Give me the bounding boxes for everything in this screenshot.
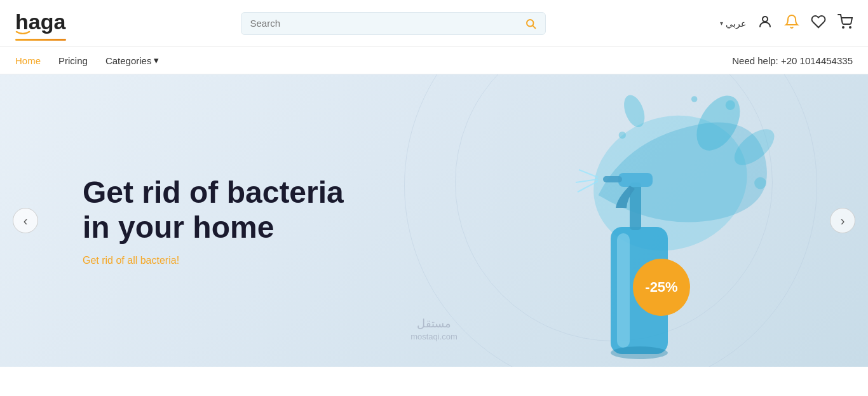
logo-text: hagar: [15, 8, 66, 39]
hero-subtitle: Get rid of all bacteria!: [83, 255, 344, 266]
svg-point-19: [611, 346, 668, 359]
svg-line-22: [578, 181, 598, 192]
header-actions: عربي ▾: [720, 14, 853, 33]
watermark-arabic: مستقل: [410, 317, 458, 331]
search-bar: [241, 12, 546, 35]
svg-line-21: [576, 179, 598, 182]
spray-bottle-svg: [566, 125, 693, 367]
user-icon[interactable]: [757, 14, 773, 33]
svg-point-3: [763, 17, 768, 22]
hero-text-content: Get rid of bacteria in your home Get rid…: [83, 175, 344, 266]
svg-point-10: [726, 100, 735, 110]
svg-text:hagar: hagar: [15, 10, 66, 34]
svg-point-4: [843, 27, 844, 28]
chevron-down-icon: ▾: [154, 55, 159, 66]
svg-line-2: [532, 25, 535, 28]
hero-title: Get rid of bacteria in your home: [83, 175, 344, 245]
watermark: مستقل mostaqi.com: [410, 317, 458, 341]
logo[interactable]: hagar: [15, 8, 66, 39]
search-icon: [525, 18, 536, 29]
svg-rect-18: [603, 176, 622, 182]
hero-banner: ‹ Get rid of bacteria in your home Get r…: [0, 74, 868, 367]
lang-label: عربي: [726, 18, 746, 29]
logo-svg: hagar: [15, 8, 66, 34]
help-info: Need help: +20 1014454335: [732, 55, 853, 66]
svg-point-11: [691, 96, 697, 102]
discount-badge: -25%: [633, 259, 690, 316]
navigation-bar: Home Pricing Categories ▾ Need help: +20…: [0, 47, 868, 74]
nav-link-categories[interactable]: Categories ▾: [105, 55, 159, 66]
language-selector[interactable]: عربي ▾: [720, 18, 746, 29]
nav-link-pricing[interactable]: Pricing: [58, 55, 88, 66]
search-input[interactable]: [250, 18, 525, 29]
prev-slide-button[interactable]: ‹: [13, 208, 38, 233]
svg-line-20: [579, 170, 598, 177]
next-slide-button[interactable]: ›: [830, 208, 855, 233]
svg-rect-15: [617, 233, 630, 348]
svg-rect-17: [618, 173, 653, 187]
nav-links: Home Pricing Categories ▾: [15, 55, 159, 66]
chevron-down-icon: ▾: [720, 20, 723, 27]
cart-icon[interactable]: [837, 14, 853, 33]
wishlist-icon[interactable]: [811, 14, 826, 33]
hero-image-area: -25%: [468, 74, 817, 367]
search-button[interactable]: [525, 18, 536, 29]
svg-point-5: [850, 27, 851, 28]
notification-icon[interactable]: [784, 14, 799, 33]
watermark-english: mostaqi.com: [410, 332, 458, 341]
nav-link-home[interactable]: Home: [15, 55, 41, 66]
header: hagar عربي ▾: [0, 0, 868, 47]
